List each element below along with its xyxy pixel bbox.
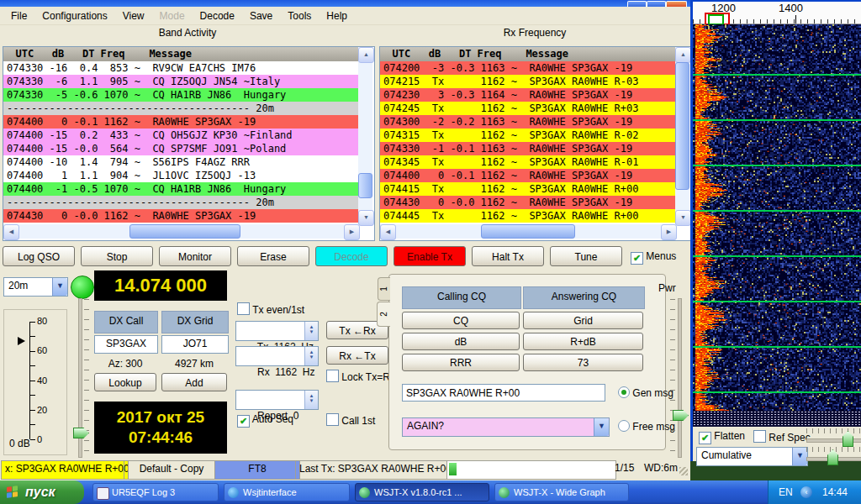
monitor-button[interactable]: Monitor bbox=[159, 246, 231, 266]
decode-row[interactable]: ----------------------------------------… bbox=[3, 102, 358, 115]
decode-row[interactable]: 074445 Tx 1162 ~ SP3GAX RA0WHE R+00 bbox=[380, 209, 675, 223]
scroll-left-icon[interactable]: ◀ bbox=[3, 224, 19, 240]
pwr-slider[interactable] bbox=[678, 298, 682, 458]
report-spinbox[interactable]: Report 0 ▲▼ bbox=[235, 390, 319, 410]
decode-row[interactable]: 074400 1 1.1 904 ~ JL1OVC IZ5OQJ -13 bbox=[3, 169, 358, 182]
band-activity-hscrollbar[interactable]: ◀ ▶ bbox=[3, 224, 358, 239]
decode-row[interactable]: 074400 -15 -0.0 564 ~ CQ SP7SMF JO91 ~Po… bbox=[3, 142, 358, 155]
tx-even-checkbox[interactable]: Tx even/1st bbox=[237, 302, 304, 316]
decode-row[interactable]: 074400 -15 0.2 433 ~ CQ OH5GJZ KP30 ~Fin… bbox=[3, 129, 358, 142]
73-button[interactable]: 73 bbox=[523, 354, 643, 371]
add-button[interactable]: Add bbox=[161, 373, 227, 391]
menu-item[interactable]: Mode bbox=[152, 8, 193, 24]
decode-row[interactable]: 074215 Tx 1162 ~ SP3GAX RA0WHE R-03 bbox=[380, 75, 675, 88]
scroll-thumb[interactable] bbox=[481, 224, 575, 239]
rx-from-tx-button[interactable]: Rx ←Tx bbox=[326, 346, 388, 365]
decode-row[interactable]: 074400 -1 -0.5 1070 ~ CQ HA1RB JN86 Hung… bbox=[3, 182, 358, 196]
task-wsjtinterface[interactable]: Wsjtinterface bbox=[224, 483, 350, 501]
gen-msg-radio[interactable]: Gen msg bbox=[618, 386, 673, 399]
gen-msg-input[interactable] bbox=[402, 384, 605, 402]
decode-row[interactable]: 074345 Tx 1162 ~ SP3GAX RA0WHE R-01 bbox=[380, 155, 675, 169]
scroll-thumb[interactable] bbox=[358, 173, 372, 198]
r-plus-db-button[interactable]: R+dB bbox=[523, 333, 643, 350]
tx-freq-spinbox[interactable]: Tx 1162 Hz ▲▼ bbox=[235, 321, 319, 341]
rx-frequency-vscrollbar[interactable]: ▲ ▼ bbox=[675, 47, 689, 224]
menu-item[interactable]: File bbox=[3, 8, 34, 24]
scroll-right-icon[interactable]: ▶ bbox=[661, 224, 677, 240]
free-msg-radio[interactable]: Free msg bbox=[618, 420, 675, 433]
auto-seq-checkbox[interactable]: ✔ Auto Seq bbox=[237, 413, 293, 428]
rx-frequency-hscrollbar[interactable]: ◀ ▶ bbox=[380, 224, 675, 239]
erase-button[interactable]: Erase bbox=[237, 246, 309, 266]
dx-call-field[interactable]: SP3GAX bbox=[94, 335, 158, 354]
band-select[interactable]: 20m ▼ bbox=[3, 277, 68, 297]
stop-button[interactable]: Stop bbox=[81, 246, 153, 266]
lookup-button[interactable]: Lookup bbox=[94, 373, 156, 391]
halt-tx-button[interactable]: Halt Tx bbox=[472, 246, 544, 266]
decode-row[interactable]: 074330 -6 1.1 905 ~ CQ IZ5OQJ JN54 ~Ital… bbox=[3, 75, 358, 88]
band-activity-vscrollbar[interactable]: ▲ ▼ bbox=[358, 47, 372, 224]
free-msg-combo[interactable]: AGAIN? ▼ bbox=[402, 417, 610, 437]
enable-tx-button[interactable]: Enable Tx bbox=[394, 246, 466, 266]
chevron-down-icon[interactable]: ▼ bbox=[792, 448, 807, 465]
scroll-thumb[interactable] bbox=[129, 224, 240, 239]
scroll-up-icon[interactable]: ▲ bbox=[358, 47, 374, 63]
flatten-checkbox[interactable]: ✔ Flatten bbox=[699, 430, 745, 444]
log-qso-button[interactable]: Log QSO bbox=[3, 246, 75, 266]
decode-row[interactable]: 074400 0 -0.1 1162 ~ RA0WHE SP3GAX -19 bbox=[3, 115, 358, 129]
pwr-slider-handle[interactable] bbox=[673, 410, 689, 421]
decode-row[interactable]: 074330 -5 -0.6 1070 ~ CQ HA1RB JN86 Hung… bbox=[3, 88, 358, 102]
cq-button[interactable]: CQ bbox=[402, 312, 520, 329]
scroll-down-icon[interactable]: ▼ bbox=[675, 210, 691, 226]
menu-item[interactable]: Tools bbox=[280, 8, 319, 24]
tray-icon[interactable]: ‹ bbox=[800, 486, 812, 498]
chevron-down-icon[interactable]: ▼ bbox=[52, 278, 67, 296]
scroll-thumb[interactable] bbox=[675, 62, 689, 190]
rrr-button[interactable]: RRR bbox=[402, 354, 520, 371]
grid-button[interactable]: Grid bbox=[523, 312, 643, 329]
start-button[interactable]: пуск bbox=[0, 480, 84, 504]
decode-row[interactable]: 074200 -3 -0.3 1163 ~ RA0WHE SP3GAX -19 bbox=[380, 61, 675, 75]
chevron-down-icon[interactable]: ▼ bbox=[594, 418, 609, 436]
decode-row[interactable]: 074230 3 -0.3 1164 ~ RA0WHE SP3GAX -19 bbox=[380, 88, 675, 102]
spinner-arrows-icon[interactable]: ▲▼ bbox=[304, 347, 318, 365]
spectrum-mode-combo[interactable]: Cumulative ▼ bbox=[696, 447, 808, 466]
task-wsjtx-main[interactable]: WSJT-X v1.8.0-rc1 ... bbox=[355, 483, 489, 501]
menu-item[interactable]: Configurations bbox=[34, 8, 114, 24]
decode-row[interactable]: 074415 Tx 1162 ~ SP3GAX RA0WHE R+00 bbox=[380, 182, 675, 196]
scroll-up-icon[interactable]: ▲ bbox=[675, 47, 691, 63]
decode-row[interactable]: 074330 -1 -0.1 1163 ~ RA0WHE SP3GAX -19 bbox=[380, 142, 675, 155]
scroll-right-icon[interactable]: ▶ bbox=[344, 224, 360, 240]
lock-txrx-checkbox[interactable]: Lock Tx=Rx bbox=[326, 370, 395, 383]
task-ur5eqf[interactable]: UR5EQF Log 3 bbox=[92, 483, 219, 501]
title-bar[interactable] bbox=[0, 0, 690, 7]
spinner-arrows-icon[interactable]: ▲▼ bbox=[304, 391, 318, 409]
decode-row[interactable]: 074430 0 -0.0 1162 ~ RA0WHE SP3GAX -19 bbox=[380, 196, 675, 209]
tune-button[interactable]: Tune bbox=[550, 246, 622, 266]
call-1st-checkbox[interactable]: Call 1st bbox=[326, 413, 375, 427]
tab-1[interactable]: 1 bbox=[378, 277, 390, 301]
menu-item[interactable]: View bbox=[115, 8, 152, 24]
task-wide-graph[interactable]: WSJT-X - Wide Graph bbox=[494, 483, 629, 501]
decode-row[interactable]: 074430 0 -0.0 1162 ~ RA0WHE SP3GAX -19 bbox=[3, 209, 358, 223]
menu-item[interactable]: Help bbox=[319, 8, 355, 24]
menus-checkbox[interactable]: ✔ Menus bbox=[631, 250, 676, 265]
decode-row[interactable]: 074330 -16 0.4 853 ~ RV9CW EA7CHS IM76 bbox=[3, 61, 358, 75]
resize-grip[interactable] bbox=[679, 467, 688, 475]
db-button[interactable]: dB bbox=[402, 333, 520, 350]
menu-item[interactable]: Save bbox=[242, 8, 280, 24]
spinner-arrows-icon[interactable]: ▲▼ bbox=[304, 322, 318, 340]
decode-row[interactable]: 074400 -10 1.4 794 ~ S56IPS F4AGZ RRR bbox=[3, 155, 358, 169]
decode-row[interactable]: 074245 Tx 1162 ~ SP3GAX RA0WHE R+03 bbox=[380, 102, 675, 115]
scroll-down-icon[interactable]: ▼ bbox=[358, 210, 374, 226]
decode-button[interactable]: Decode bbox=[315, 246, 388, 266]
tab-2[interactable]: 2 bbox=[377, 302, 390, 327]
ref-spec-checkbox[interactable]: Ref Spec bbox=[753, 430, 811, 444]
scroll-left-icon[interactable]: ◀ bbox=[380, 224, 396, 240]
waterfall-display[interactable] bbox=[693, 24, 861, 411]
menu-item[interactable]: Decode bbox=[193, 8, 242, 24]
language-indicator[interactable]: EN bbox=[779, 480, 793, 504]
decode-row[interactable]: 074400 0 -0.1 1162 ~ RA0WHE SP3GAX -19 bbox=[380, 169, 675, 182]
dx-grid-field[interactable]: JO71 bbox=[161, 335, 229, 354]
decode-row[interactable]: ----------------------------------------… bbox=[3, 196, 358, 209]
